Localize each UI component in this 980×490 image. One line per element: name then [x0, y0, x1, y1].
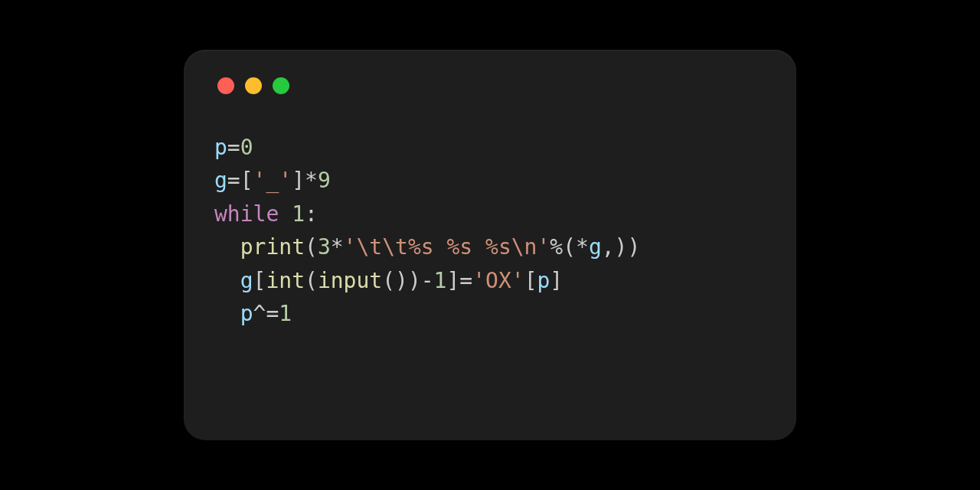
code-block: p=0 g=['_']*9 while 1: print(3*'\t\t%s %…: [214, 131, 766, 330]
code-line-1: p=0: [214, 135, 253, 160]
code-line-6: p^=1: [214, 301, 292, 326]
code-line-4: print(3*'\t\t%s %s %s\n'%(*g,)): [214, 234, 640, 260]
code-window: p=0 g=['_']*9 while 1: print(3*'\t\t%s %…: [184, 50, 796, 440]
window-titlebar: [217, 77, 766, 94]
code-line-2: g=['_']*9: [214, 168, 331, 193]
minimize-icon[interactable]: [245, 77, 262, 94]
code-line-3: while 1:: [214, 201, 318, 227]
close-icon[interactable]: [217, 77, 234, 94]
zoom-icon[interactable]: [273, 77, 289, 94]
code-line-5: g[int(input())-1]='OX'[p]: [214, 268, 563, 293]
